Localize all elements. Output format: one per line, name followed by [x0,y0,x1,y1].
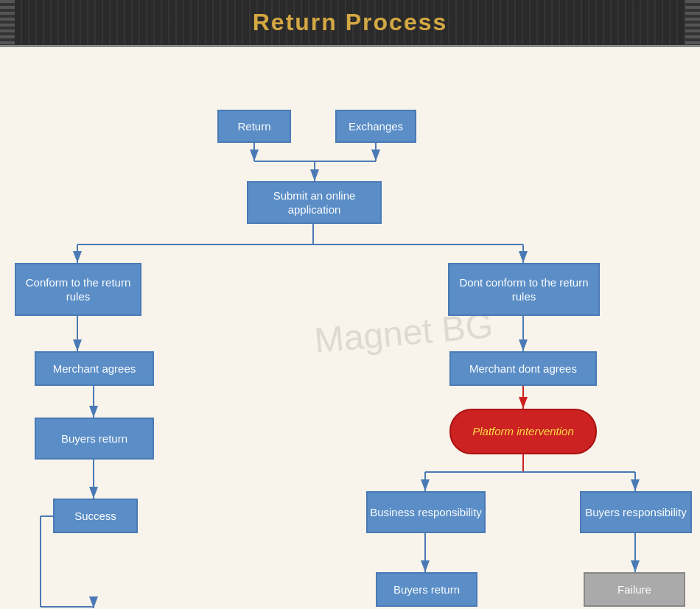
failure-box: Failure [584,572,685,607]
exchanges-box: Exchanges [335,110,416,143]
conform-box: Conform to the return rules [15,263,141,316]
platform-intervention-box: Platform intervention [449,409,597,454]
header: Return Process [0,0,700,47]
merchant-agrees-box: Merchant agrees [35,351,154,386]
return-box: Return [217,110,291,143]
buyers-return-center-box: Buyers return [376,572,477,607]
buyers-resp-box: Buyers responsibility [580,491,692,533]
success-box: Success [53,499,138,533]
diagram-area: Magnet BG [0,47,700,609]
buyers-return-left-box: Buyers return [35,418,154,460]
header-title: Return Process [253,9,448,35]
submit-box: Submit an online application [247,181,382,224]
not-conform-box: Dont conform to the return rules [448,263,600,316]
merchant-dont-box: Merchant dont agrees [449,351,597,386]
business-resp-box: Business responsibility [366,491,486,533]
